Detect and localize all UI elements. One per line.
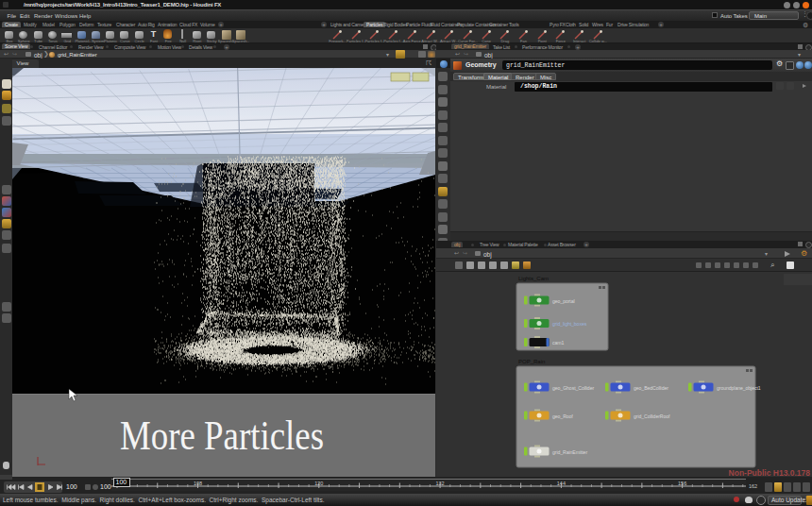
svg-text:grid_light_boxes: grid_light_boxes bbox=[552, 321, 587, 327]
svg-text:groundplane_object1: groundplane_object1 bbox=[717, 385, 761, 391]
svg-text:geo_Ghost_Collider: geo_Ghost_Collider bbox=[552, 385, 594, 391]
svg-text:geo_Roof: geo_Roof bbox=[552, 413, 573, 419]
svg-text:Lights_Cam: Lights_Cam bbox=[518, 276, 549, 281]
svg-text:grid_RainEmitter: grid_RainEmitter bbox=[552, 449, 587, 455]
svg-text:POP_Rain: POP_Rain bbox=[518, 359, 545, 364]
svg-text:More Particles: More Particles bbox=[120, 412, 324, 459]
svg-text:grid_ColliderRoof: grid_ColliderRoof bbox=[634, 413, 670, 419]
svg-text:Non-Public H13.0.178: Non-Public H13.0.178 bbox=[729, 468, 811, 477]
svg-text:geo_BedCollider: geo_BedCollider bbox=[634, 385, 668, 391]
svg-text:cam1: cam1 bbox=[552, 340, 565, 346]
svg-text:geo_portal: geo_portal bbox=[552, 298, 575, 304]
